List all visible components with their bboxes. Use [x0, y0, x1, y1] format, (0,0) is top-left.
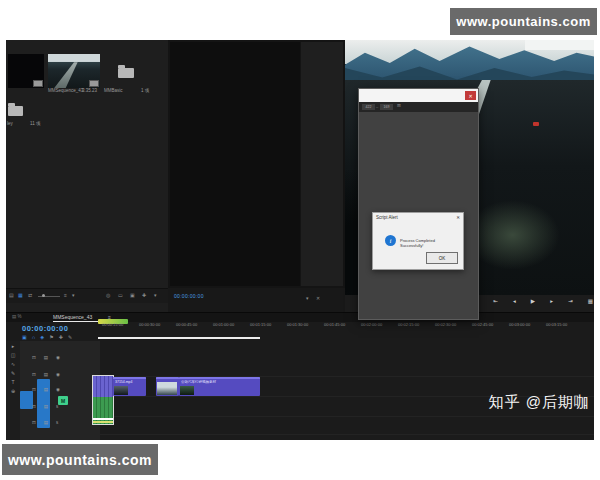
solo-icon[interactable]: s [56, 405, 58, 410]
caret-down-icon[interactable]: ▾ [306, 296, 309, 301]
project-item-sequence-thumbnail[interactable] [48, 54, 100, 88]
new-item-icon[interactable]: ▣ [130, 293, 135, 298]
lock-icon[interactable]: ⊡ [32, 388, 36, 393]
find-icon[interactable]: ◎ [106, 293, 110, 298]
export-frame-button[interactable]: ▦ [588, 299, 593, 305]
watermark-top: www.pountains.com [450, 8, 597, 35]
ruler-label: 00:01:00:00 [213, 322, 234, 327]
bin-folder-icon[interactable] [118, 68, 134, 78]
ruler-label: 00:02:30:00 [435, 322, 456, 327]
track-v3-controls: ⊡ ▤ ◉ [32, 356, 60, 361]
step-back-button[interactable]: ◂ [513, 299, 516, 305]
bin1-count-label: 1 项 [141, 89, 149, 94]
selected-clip-stack[interactable] [93, 376, 113, 424]
go-to-in-button[interactable]: ⇤ [493, 299, 498, 305]
ruler-label: 00:01:15:00 [250, 322, 271, 327]
eye-icon[interactable]: ◉ [56, 388, 60, 393]
insert-icon[interactable]: ▣ [22, 335, 27, 340]
delete-icon[interactable]: ▾ [154, 293, 157, 298]
scroll-indicator[interactable] [98, 337, 260, 339]
window-toolbar: 422 – 169 ⊞ [359, 102, 478, 112]
source-timecode: 00:00:00:00 [174, 293, 204, 299]
settings-wrench-icon[interactable]: ✚ [59, 335, 63, 340]
lock-icon[interactable]: ⊡ [32, 373, 36, 378]
eye-icon[interactable]: ◉ [56, 356, 60, 361]
snow-peaks-graphic [525, 40, 594, 50]
ruler-label: 00:00:45:00 [176, 322, 197, 327]
shuffle-view-icon[interactable]: ⇄ [28, 293, 32, 298]
bin-folder-icon[interactable] [8, 106, 23, 116]
icon-view-icon[interactable]: ▦ [18, 293, 23, 298]
track-lane-divider [100, 434, 594, 435]
dialog-close-icon[interactable]: ✕ [456, 215, 460, 220]
fx-bar [113, 377, 146, 379]
track-file-icon[interactable]: ▤ [44, 388, 48, 393]
window-close-button[interactable]: ✕ [465, 91, 476, 100]
clip-badge-icon [89, 80, 99, 87]
timeline-ruler[interactable]: 00:00:15:00 00:00:30:00 00:00:45:00 00:0… [6, 313, 594, 331]
timeline-clip[interactable] [156, 377, 179, 396]
source-monitor-bar: 00:00:00:00 ▾ ✕ [168, 288, 345, 312]
separator-dash: – [376, 104, 378, 109]
sort-icon[interactable]: ≡ [64, 293, 67, 298]
go-to-out-button[interactable]: ⇥ [568, 299, 573, 305]
ruler-label: 00:03:15:00 [546, 322, 567, 327]
window-titlebar[interactable]: ✕ [359, 89, 478, 102]
hand-tool-icon[interactable]: ⊕ [11, 389, 15, 394]
grid-icon[interactable]: ⊞ [397, 104, 401, 109]
video-clip-segment[interactable] [93, 376, 113, 397]
fx-bar [156, 377, 179, 379]
timeline-panel: ▤ % MMSequence_43 ≡ 00:00:00:00 ▣ ∩ ◈ ⚑ … [6, 312, 594, 440]
project-panel-toolbar: ▤ ▦ ⇄ ≡ ▾ ◎ ▭ ▣ ✚ ▾ [6, 288, 168, 303]
project-panel: MMSequence_43 3.35.23 MMBasic 1 项 ley 11… [6, 40, 169, 312]
ruler-label: 00:00:15:00 [102, 322, 123, 327]
track-file-icon[interactable]: ▤ [44, 421, 48, 426]
track-select-tool-icon[interactable]: ◫ [11, 353, 16, 358]
play-button[interactable]: ▶ [531, 299, 535, 305]
project-item-black-clip[interactable] [8, 54, 44, 88]
lock-icon[interactable]: ⊡ [32, 405, 36, 410]
dialog-message: Process Completed Successfully! [400, 238, 458, 248]
timeline-clip[interactable]: 37154.mp4 [113, 377, 146, 396]
clip-name-label: 37154.mp4 [115, 380, 144, 384]
close-icon[interactable]: ✕ [316, 296, 320, 301]
add-icon[interactable]: ✚ [142, 293, 146, 298]
audio-clip-segment[interactable] [93, 397, 113, 424]
ripple-edit-tool-icon[interactable]: ∿ [11, 362, 15, 367]
lock-icon[interactable]: ⊡ [32, 356, 36, 361]
tools-palette: ▸ ◫ ∿ ✎ T ⊕ [6, 341, 20, 440]
selection-tool-icon[interactable]: ▸ [12, 344, 15, 349]
track-lane-divider [100, 416, 594, 417]
ruler-label: 00:02:15:00 [398, 322, 419, 327]
bin2-count-label: 11 项 [30, 122, 40, 127]
solo-icon[interactable]: s [56, 421, 58, 426]
source-side-strip [301, 42, 343, 286]
extension-window[interactable]: ✕ 422 – 169 ⊞ [358, 88, 479, 320]
script-alert-dialog[interactable]: Script Alert ✕ i Process Completed Succe… [372, 212, 464, 270]
pen-tool-icon[interactable]: ✎ [11, 371, 15, 376]
timeline-clip[interactable]: 公路汽车行驶视频素材 [179, 377, 260, 396]
size-button[interactable]: 169 [380, 104, 393, 110]
edit-icon[interactable]: ✎ [68, 335, 72, 340]
eye-icon[interactable]: ◉ [56, 373, 60, 378]
size-button[interactable]: 422 [362, 104, 375, 110]
zoom-slider-knob[interactable] [42, 294, 45, 297]
info-icon: i [385, 235, 396, 246]
type-tool-icon[interactable]: T [11, 380, 14, 385]
marker-icon[interactable]: ⚑ [49, 335, 53, 340]
snap-icon[interactable]: ∩ [32, 335, 36, 340]
track-file-icon[interactable]: ▤ [44, 356, 48, 361]
list-view-icon[interactable]: ▤ [9, 293, 14, 298]
ruler-label: 00:00:30:00 [139, 322, 160, 327]
track-v2-controls: ⊡ ▤ ◉ [32, 373, 60, 378]
step-forward-button[interactable]: ▸ [550, 299, 553, 305]
ok-button[interactable]: OK [426, 252, 458, 264]
caret-down-icon[interactable]: ▾ [72, 293, 75, 298]
track-file-icon[interactable]: ▤ [44, 405, 48, 410]
mute-button[interactable]: M [58, 396, 68, 405]
new-bin-icon[interactable]: ▭ [118, 293, 123, 298]
track-file-icon[interactable]: ▤ [44, 373, 48, 378]
track-a2-controls: ⊡ ▤ s [32, 421, 58, 426]
lock-icon[interactable]: ⊡ [32, 421, 36, 426]
linked-selection-icon[interactable]: ◈ [40, 335, 44, 340]
